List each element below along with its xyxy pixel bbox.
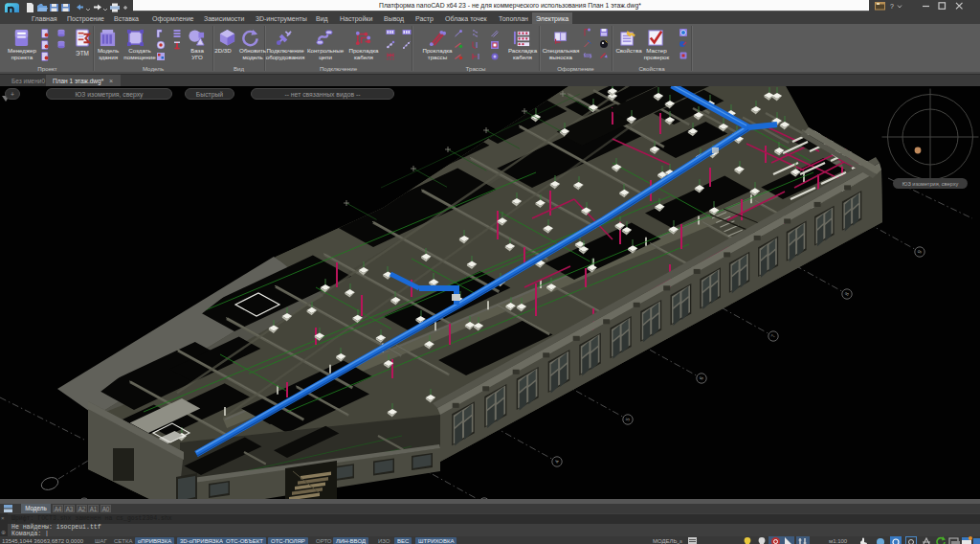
svg-text:ЮЗ изометрия, сверху: ЮЗ изометрия, сверху bbox=[902, 181, 959, 187]
svg-text:?: ? bbox=[890, 3, 894, 10]
